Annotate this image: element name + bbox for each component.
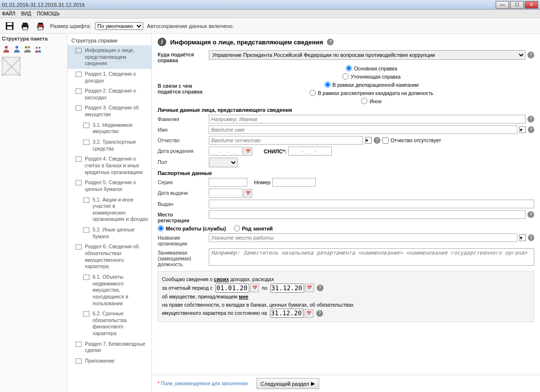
menu-file[interactable]: ФАЙЛ: [2, 11, 15, 16]
nav-item-14[interactable]: Приложение: [68, 356, 151, 366]
position-input[interactable]: [209, 248, 534, 266]
asof-input[interactable]: [270, 309, 304, 318]
svg-rect-7: [38, 23, 43, 25]
image-placeholder: [2, 57, 20, 75]
snils-input[interactable]: [288, 147, 332, 156]
number-input[interactable]: [272, 178, 316, 187]
nav-item-4[interactable]: 3.1. Недвижимое имущество: [68, 120, 151, 137]
nav-item-6[interactable]: Раздел 4. Сведения о счетах в банках и и…: [68, 154, 151, 177]
svg-rect-16: [76, 72, 81, 77]
help-icon[interactable]: ?: [317, 284, 324, 291]
org-input[interactable]: [209, 233, 517, 242]
save-icon[interactable]: [4, 20, 15, 32]
radio-campaign[interactable]: В рамках декларационной кампании: [324, 81, 419, 88]
reason-label: В связи с чем подаётся справка: [158, 81, 206, 95]
lastname-input[interactable]: [209, 115, 526, 123]
issue-date-input[interactable]: [209, 189, 243, 198]
nav-item-11[interactable]: 6.1. Объекты недвижимого имущества, нахо…: [68, 272, 151, 309]
nav-label: Раздел 4. Сведения о счетах в банках и и…: [85, 156, 148, 176]
calendar-icon[interactable]: 📅: [305, 309, 313, 318]
maximize-button[interactable]: ☐: [510, 1, 524, 9]
calendar-icon[interactable]: 📅: [250, 284, 259, 292]
svg-point-9: [5, 46, 8, 49]
help-icon[interactable]: ?: [316, 310, 323, 317]
nav-item-8[interactable]: 5.1. Акции и иное участие в коммерческих…: [68, 195, 151, 225]
help-icon[interactable]: ?: [327, 39, 334, 45]
nav-icon: [75, 71, 82, 78]
dropdown-icon[interactable]: ▾: [519, 234, 526, 241]
issued-by-input[interactable]: [209, 200, 534, 208]
play-icon: ▶: [311, 380, 315, 387]
nav-item-10[interactable]: Раздел 6. Сведения об обязательствах иму…: [68, 242, 151, 272]
dropdown-icon[interactable]: ▾: [519, 126, 526, 133]
spravka-type-group: Основная справка Уточняющая справка: [209, 65, 534, 80]
nav-item-5[interactable]: 3.2. Транспортные средства: [68, 137, 151, 154]
calendar-icon[interactable]: 📅: [305, 284, 314, 292]
nav-item-2[interactable]: Раздел 2. Сведения о расходах: [68, 86, 151, 103]
reason-group: В рамках декларационной кампании В рамка…: [209, 81, 534, 104]
nav-item-3[interactable]: Раздел 3. Сведения об имуществе: [68, 103, 151, 120]
firstname-input[interactable]: [209, 125, 517, 134]
print-icon[interactable]: [19, 20, 31, 32]
menu-view[interactable]: ВИД: [21, 11, 31, 16]
calendar-icon[interactable]: 📅: [243, 189, 252, 198]
font-size-select[interactable]: По умолчанию: [95, 22, 143, 30]
nav-item-9[interactable]: 5.2. Иные ценные бумаги: [68, 225, 151, 242]
toolbar: Размер шрифта: По умолчанию Автосохранен…: [0, 18, 540, 34]
nav-label: Раздел 6. Сведения об обязательствах иму…: [85, 243, 148, 270]
nav-item-12[interactable]: 6.2. Срочные обязательства финансового х…: [68, 309, 151, 339]
registration-input[interactable]: [209, 210, 526, 219]
person-red-icon[interactable]: [2, 44, 11, 53]
gender-select[interactable]: [209, 158, 238, 167]
help-icon[interactable]: ?: [528, 234, 534, 241]
occupation-tab[interactable]: Род занятий: [234, 225, 273, 231]
period-from-input[interactable]: [216, 284, 249, 293]
form-area: i Информация о лице, представляющем свед…: [152, 34, 540, 375]
period-to-input[interactable]: [270, 284, 304, 293]
submit-to-select[interactable]: Управление Президента Российской Федерац…: [209, 50, 526, 60]
radio-main[interactable]: Основная справка: [346, 65, 397, 71]
svg-point-12: [28, 46, 30, 49]
package-header: Структура пакета: [2, 36, 65, 41]
nav-item-7[interactable]: Раздел 5. Сведения о ценных бумагах: [68, 177, 151, 194]
number-label: Номер: [254, 179, 270, 185]
help-icon[interactable]: ?: [527, 52, 534, 58]
nav-item-13[interactable]: Раздел 7. Безвозмездные сделки: [68, 339, 151, 356]
nav-icon: [83, 139, 90, 146]
middlename-input[interactable]: [209, 136, 363, 145]
series-input[interactable]: [209, 178, 247, 187]
radio-correcting[interactable]: Уточняющая справка: [342, 73, 401, 80]
svg-rect-4: [23, 23, 27, 25]
help-icon[interactable]: ?: [527, 116, 534, 122]
radio-candidate[interactable]: В рамках рассмотрения кандидата на должн…: [310, 90, 433, 96]
radio-other[interactable]: Иное: [361, 98, 381, 104]
titlebar: 01.01.2016-31.12.2016.31.12.2016 — ☐ ✕: [0, 0, 540, 10]
minimize-button[interactable]: —: [496, 1, 509, 9]
calendar-icon[interactable]: 📅: [243, 147, 252, 156]
help-icon[interactable]: ?: [528, 126, 534, 133]
people-children-icon[interactable]: [34, 44, 42, 53]
lastname-label: Фамилия: [158, 115, 206, 122]
people-group-icon[interactable]: [23, 44, 32, 53]
person-blue-icon[interactable]: [13, 44, 21, 53]
dob-input[interactable]: [209, 147, 243, 156]
svg-rect-20: [83, 140, 89, 145]
close-button[interactable]: ✕: [525, 1, 538, 9]
nav-icon: [75, 179, 82, 186]
svg-rect-19: [83, 123, 89, 128]
menu-help[interactable]: ПОМОЩЬ: [37, 11, 59, 16]
nav-label: Раздел 5. Сведения о ценных бумагах: [85, 179, 148, 192]
nav-item-1[interactable]: Раздел 1. Сведения о доходах: [68, 69, 151, 86]
next-section-button[interactable]: Следующий раздел ▶: [256, 378, 319, 389]
nav-label: 6.1. Объекты недвижимого имущества, нахо…: [93, 274, 148, 307]
nav-panel: Структура справки Информация о лице, пре…: [68, 34, 152, 392]
help-icon[interactable]: ?: [527, 211, 534, 218]
nav-label: 5.1. Акции и иное участие в коммерческих…: [93, 197, 148, 223]
dropdown-icon[interactable]: ▾: [365, 137, 372, 144]
print-color-icon[interactable]: [35, 20, 46, 32]
help-icon[interactable]: ?: [374, 137, 380, 144]
nav-item-0[interactable]: Информация о лице, представляющем сведен…: [68, 45, 151, 69]
no-middlename-check[interactable]: Отчество отсутствует: [382, 137, 441, 144]
work-tab[interactable]: Место работы (службы): [158, 225, 226, 231]
snils-label: СНИЛС*:: [264, 149, 286, 154]
